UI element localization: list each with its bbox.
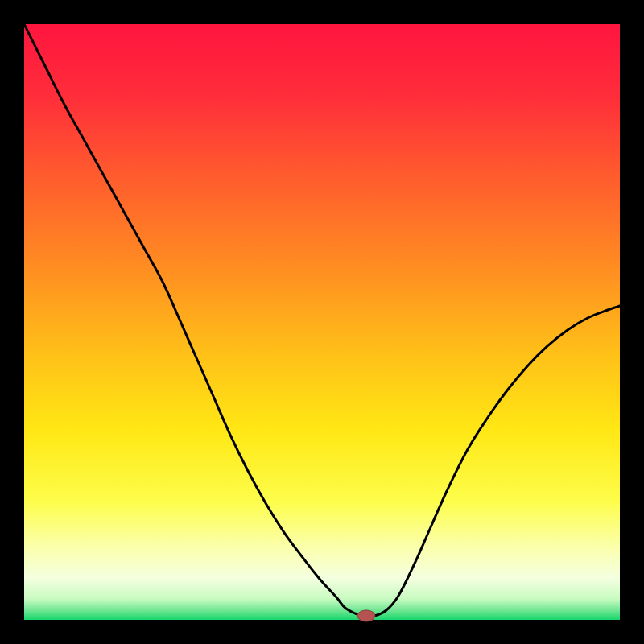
optimum-marker <box>357 610 375 621</box>
chart-background <box>24 24 620 620</box>
bottleneck-chart <box>0 0 644 644</box>
chart-root: TheBottleneck.com <box>0 0 644 644</box>
